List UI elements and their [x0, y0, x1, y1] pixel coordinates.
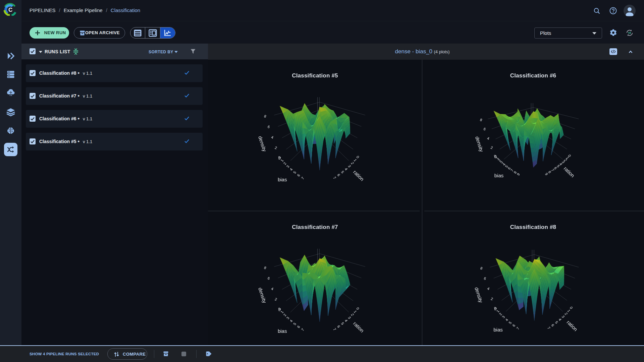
svg-text:C: C: [8, 7, 12, 13]
